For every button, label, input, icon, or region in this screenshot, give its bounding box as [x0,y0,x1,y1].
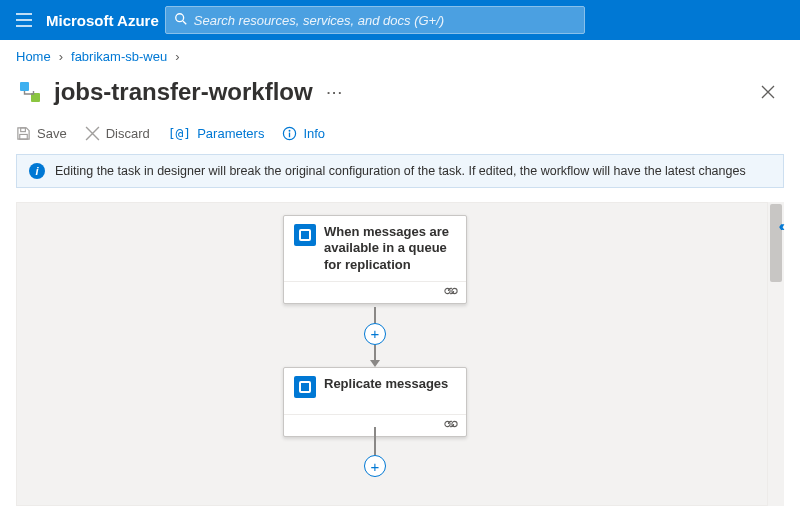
add-step-button[interactable]: + [364,455,386,477]
breadcrumb-parent[interactable]: fabrikam-sb-weu [71,49,167,64]
trigger-title: When messages are available in a queue f… [324,224,456,273]
brand-label: Microsoft Azure [46,12,159,29]
info-button[interactable]: Info [282,126,325,141]
action-title: Replicate messages [324,376,448,406]
svg-line-1 [183,20,186,23]
info-icon [282,126,297,141]
search-icon [174,12,188,29]
svg-rect-9 [445,288,450,293]
breadcrumb-home[interactable]: Home [16,49,51,64]
menu-icon[interactable] [8,4,40,36]
search-input[interactable] [194,13,576,28]
logic-app-icon [16,78,44,106]
link-icon [444,418,458,433]
link-icon [444,285,458,300]
service-bus-icon [294,224,316,246]
command-bar: Save Discard [@] Parameters Info [0,114,800,154]
svg-rect-8 [289,133,290,138]
connector: + [363,307,387,367]
service-bus-icon [294,376,316,398]
global-search[interactable] [165,6,585,34]
svg-rect-5 [20,134,28,139]
discard-label: Discard [106,126,150,141]
parameters-icon: [@] [168,126,191,141]
arrow-down-icon [370,360,380,367]
chevron-right-icon: › [59,49,63,64]
trigger-card[interactable]: When messages are available in a queue f… [283,215,467,304]
save-label: Save [37,126,67,141]
info-label: Info [303,126,325,141]
discard-button[interactable]: Discard [85,126,150,141]
svg-rect-10 [452,288,457,293]
connector: + [363,427,387,477]
collapse-panel-button[interactable]: ‹‹ [779,218,782,234]
info-icon: i [29,163,45,179]
scrollbar-thumb[interactable] [770,204,782,282]
svg-rect-11 [445,421,450,426]
close-icon[interactable] [752,76,784,108]
designer-canvas[interactable]: When messages are available in a queue f… [16,202,768,506]
svg-point-0 [176,13,184,21]
scrollbar[interactable] [768,202,784,506]
banner-text: Editing the task in designer will break … [55,164,746,178]
breadcrumb: Home › fabrikam-sb-weu › [0,40,800,72]
svg-rect-4 [21,128,26,132]
svg-rect-12 [452,421,457,426]
parameters-label: Parameters [197,126,264,141]
parameters-button[interactable]: [@] Parameters [168,126,265,141]
svg-point-7 [289,130,291,132]
editing-warning-banner: i Editing the task in designer will brea… [16,154,784,188]
svg-rect-2 [20,82,29,91]
chevron-right-icon: › [175,49,179,64]
save-button[interactable]: Save [16,126,67,141]
overflow-button[interactable]: ··· [327,85,344,100]
add-step-button[interactable]: + [364,323,386,345]
page-title: jobs-transfer-workflow [54,78,313,106]
